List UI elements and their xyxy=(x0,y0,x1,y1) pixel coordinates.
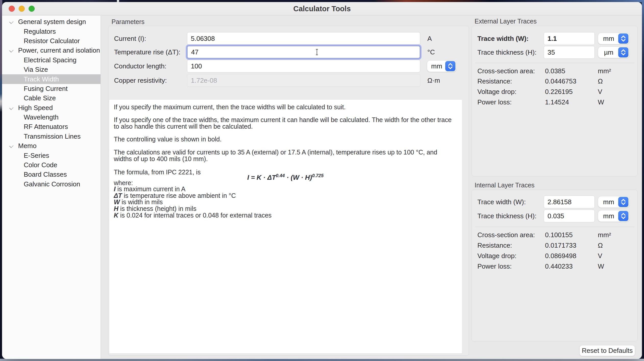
current-input[interactable] xyxy=(187,32,420,45)
ext-voltage-drop-label: Voltage drop: xyxy=(477,87,516,96)
zoom-window-button[interactable] xyxy=(29,6,35,12)
unit-value: mm xyxy=(598,35,618,43)
conductor-length-input[interactable] xyxy=(187,60,420,73)
sidebar-item-track-width[interactable]: Track Width xyxy=(2,74,101,84)
ext-trace-width-unit-select[interactable]: mm xyxy=(598,33,629,44)
int-voltage-drop-label: Voltage drop: xyxy=(477,251,516,260)
chevron-down-icon[interactable] xyxy=(10,20,13,23)
sidebar-item-label: Track Width xyxy=(2,75,59,83)
sidebar-item-color-code[interactable]: Color Code xyxy=(2,160,101,170)
sidebar-item-power-current-isolation[interactable]: Power, current and isolation xyxy=(2,46,101,55)
internal-layer-traces-label: Internal Layer Traces xyxy=(475,182,535,189)
stepper-arrows-icon[interactable] xyxy=(618,211,628,221)
int-cross-section-unit: mm² xyxy=(598,231,611,239)
sidebar-item-resistor-calculator[interactable]: Resistor Calculator xyxy=(2,36,101,46)
conductor-length-label: Conductor length: xyxy=(114,60,166,73)
copper-resistivity-unit: Ω·m xyxy=(427,74,440,87)
desktop-background-right xyxy=(642,0,644,361)
sidebar-item-rf-attenuators[interactable]: RF Attenuators xyxy=(2,122,101,131)
chevron-down-icon[interactable] xyxy=(10,144,13,148)
ext-resistance-unit: Ω xyxy=(598,77,603,86)
temperature-rise-input[interactable] xyxy=(187,46,420,58)
ext-power-loss-value: 1.14524 xyxy=(545,98,569,106)
int-trace-thickness-unit-select[interactable]: mm xyxy=(598,210,629,222)
sidebar-item-general-system-design[interactable]: General system design xyxy=(2,17,101,27)
ext-resistance-value: 0.0446753 xyxy=(545,77,576,86)
int-trace-width-label: Trace width (W): xyxy=(477,196,526,208)
sidebar-item-label: Transmission Lines xyxy=(2,133,81,140)
int-trace-thickness-label: Trace thickness (H): xyxy=(477,210,537,222)
sidebar-item-label: Electrical Spacing xyxy=(2,56,77,64)
minimize-window-button[interactable] xyxy=(19,6,25,12)
stepper-arrows-icon[interactable] xyxy=(618,197,628,207)
help-paragraph: The formula, from IPC 2221, is xyxy=(114,169,201,175)
ext-cross-section-label: Cross-section area: xyxy=(477,67,535,75)
sidebar-item-high-speed[interactable]: High Speed xyxy=(2,103,101,113)
int-cross-section-value: 0.100155 xyxy=(545,231,573,239)
int-trace-width-unit-select[interactable]: mm xyxy=(598,196,629,208)
text-cursor xyxy=(317,50,317,55)
stepper-arrows-icon[interactable] xyxy=(618,33,628,44)
sidebar-item-label: Board Classes xyxy=(2,171,67,178)
title-bar[interactable]: Calculator Tools xyxy=(2,2,642,15)
stepper-arrows-icon[interactable] xyxy=(618,47,628,57)
sidebar-item-label: Cable Size xyxy=(2,94,56,102)
int-trace-width-input[interactable] xyxy=(544,196,595,208)
formula-var-definition: H is thickness (height) in mils xyxy=(114,205,196,212)
sidebar-item-label: Regulators xyxy=(2,28,56,35)
help-paragraph: The controlling value is shown in bold. xyxy=(114,136,221,142)
window-title: Calculator Tools xyxy=(2,2,642,15)
int-trace-thickness-input[interactable] xyxy=(544,210,595,222)
sidebar-item-via-size[interactable]: Via Size xyxy=(2,65,101,74)
sidebar-item-label: Via Size xyxy=(2,66,48,74)
ext-trace-thickness-label: Trace thickness (H): xyxy=(477,46,537,59)
sidebar-item-label: E-Series xyxy=(2,152,49,160)
ext-trace-thickness-input[interactable] xyxy=(544,46,595,59)
sidebar-item-galvanic-corrosion[interactable]: Galvanic Corrosion xyxy=(2,179,101,189)
sidebar-item-board-classes[interactable]: Board Classes xyxy=(2,170,101,179)
ext-power-loss-label: Power loss: xyxy=(477,98,512,106)
temperature-rise-label: Temperature rise (ΔT): xyxy=(114,46,180,58)
int-voltage-drop-value: 0.0869498 xyxy=(545,251,576,260)
sidebar-item-cable-size[interactable]: Cable Size xyxy=(2,93,101,103)
ext-trace-width-input[interactable] xyxy=(544,32,595,45)
ext-trace-thickness-unit-select[interactable]: µm xyxy=(598,46,629,58)
sidebar-item-e-series[interactable]: E-Series xyxy=(2,151,101,160)
int-resistance-label: Resistance: xyxy=(477,241,512,250)
conductor-length-unit-select[interactable]: mm xyxy=(427,60,456,72)
stepper-arrows-icon[interactable] xyxy=(445,61,455,71)
int-voltage-drop-unit: V xyxy=(598,251,602,260)
sidebar-item-wavelength[interactable]: Wavelength xyxy=(2,113,101,122)
help-text-box: If you specify the maximum current, then… xyxy=(109,99,462,354)
chevron-down-icon[interactable] xyxy=(10,49,13,52)
sidebar-item-label: Color Code xyxy=(2,161,57,169)
desktop-background-bottom xyxy=(0,359,644,361)
formula-var-definition: I is maximum current in A xyxy=(114,185,185,193)
unit-value: mm xyxy=(598,198,618,206)
help-paragraph: If you specify one of the trace widths, … xyxy=(114,116,453,130)
copper-resistivity-label: Copper resistivity: xyxy=(114,74,167,87)
unit-value: mm xyxy=(598,212,618,220)
ext-voltage-drop-unit: V xyxy=(598,87,602,96)
sidebar-item-fusing-current[interactable]: Fusing Current xyxy=(2,84,101,93)
ipc2221-formula: I = K · ΔT0.44 · (W · H)0.725 xyxy=(247,173,324,182)
sidebar-item-electrical-spacing[interactable]: Electrical Spacing xyxy=(2,55,101,65)
formula-var-definition: K is 0.024 for internal traces or 0.048 … xyxy=(114,212,271,219)
sidebar-item-label: Power, current and isolation xyxy=(2,46,100,54)
sidebar-item-label: General system design xyxy=(2,18,86,26)
close-window-button[interactable] xyxy=(9,6,15,12)
sidebar-item-transmission-lines[interactable]: Transmission Lines xyxy=(2,132,101,141)
unit-value: µm xyxy=(598,49,618,56)
sidebar-item-memo[interactable]: Memo xyxy=(2,141,101,151)
ext-cross-section-value: 0.0385 xyxy=(545,67,565,75)
calculator-tools-window: Calculator Tools General system design R… xyxy=(2,2,642,359)
sidebar-item-label: Wavelength xyxy=(2,113,58,121)
sidebar-item-regulators[interactable]: Regulators xyxy=(2,27,101,36)
copper-resistivity-input xyxy=(187,74,420,87)
chevron-down-icon[interactable] xyxy=(10,106,13,110)
reset-to-defaults-button[interactable]: Reset to Defaults xyxy=(579,345,635,356)
formula-var-definition: W is width in mils xyxy=(114,198,163,206)
parameters-section-label: Parameters xyxy=(112,18,144,26)
unit-value: mm xyxy=(427,62,445,70)
calculator-tree-sidebar: General system design Regulators Resisto… xyxy=(2,16,101,359)
